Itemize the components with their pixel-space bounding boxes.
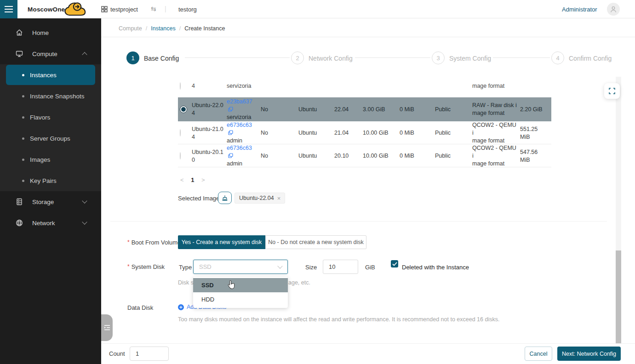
sidebar-item-storage[interactable]: Storage <box>0 191 101 212</box>
image-table: 4 servizoria mage format Ubuntu-22.04 e2… <box>178 77 551 168</box>
copy-icon[interactable] <box>228 130 233 135</box>
step-3-circle: 3 <box>432 51 445 64</box>
project-name[interactable]: testproject <box>110 6 138 13</box>
sidebar-item-instances[interactable]: Instances <box>0 64 101 85</box>
type-label: Type <box>179 264 192 271</box>
option-ssd[interactable]: SSD <box>193 278 288 292</box>
cancel-button[interactable]: Cancel <box>525 347 552 361</box>
scrollbar-thumb[interactable] <box>616 250 621 343</box>
system-disk-label: System Disk <box>127 263 165 270</box>
copy-icon[interactable] <box>228 107 233 112</box>
org-name: testorg <box>178 6 197 13</box>
disk-size-input[interactable] <box>323 260 358 274</box>
sidebar-item-network[interactable]: Network <box>0 212 101 233</box>
image-owner: admin <box>227 137 258 145</box>
image-protected: No <box>261 129 298 137</box>
image-size: 547.56 MiB <box>520 148 551 164</box>
sidebar-item-label: Instance Snapshots <box>30 93 85 100</box>
hamburger-menu-icon[interactable] <box>0 0 17 18</box>
sidebar-item-label: Server Groups <box>30 135 70 142</box>
image-size: 551.25 MiB <box>520 125 551 141</box>
radio[interactable] <box>180 129 181 136</box>
image-version: 20.10 <box>334 152 363 160</box>
image-protected: No <box>261 152 298 160</box>
table-row[interactable]: Ubuntu-20.10 e6736c63 admin No Ubuntu 20… <box>178 144 551 167</box>
bullet-icon <box>22 74 24 76</box>
top-bar: MoscowOne testproject ⇆ | testorg Admini… <box>0 0 635 18</box>
sidebar-item-server-groups[interactable]: Server Groups <box>0 128 101 149</box>
image-name: Ubuntu-20.1 <box>192 148 224 156</box>
globe-icon <box>16 219 23 227</box>
chevron-down-icon <box>82 198 87 203</box>
step-1-circle: 1 <box>126 51 139 64</box>
user-role-label[interactable]: Administrator <box>562 6 597 13</box>
disk-type-select[interactable]: SSD <box>193 260 288 274</box>
apps-grid-icon[interactable] <box>101 6 108 14</box>
bullet-icon <box>22 180 24 182</box>
sidebar-item-key-pairs[interactable]: Key Pairs <box>0 170 101 191</box>
topbar-divider: | <box>165 5 166 12</box>
sidebar-item-compute[interactable]: Compute <box>0 43 101 64</box>
step-3-label: System Config <box>449 55 491 62</box>
sidebar-item-instance-snapshots[interactable]: Instance Snapshots <box>0 85 101 107</box>
image-version: 21.04 <box>334 129 363 137</box>
avatar[interactable] <box>607 3 620 16</box>
sidebar-item-images[interactable]: Images <box>0 149 101 170</box>
delete-with-instance-checkbox[interactable] <box>391 260 398 267</box>
step-2-label: Network Config <box>309 55 353 62</box>
image-owner: servizoria <box>227 77 261 90</box>
bullet-icon <box>22 159 24 161</box>
clear-selection-button[interactable] <box>218 192 232 204</box>
sidebar-item-flavors[interactable]: Flavors <box>0 107 101 128</box>
chevron-up-icon <box>82 52 87 57</box>
image-os: Ubuntu <box>298 152 334 160</box>
count-label: Count <box>109 350 125 357</box>
next-page-icon[interactable]: > <box>201 176 205 183</box>
brand-name: MoscowOne <box>28 6 65 13</box>
drawer-handle[interactable] <box>101 314 113 341</box>
image-visibility: Public <box>435 106 472 114</box>
table-row[interactable]: 4 servizoria mage format <box>178 77 551 97</box>
boot-volume-no-button[interactable]: No - Do not create a new system disk <box>265 235 366 249</box>
breadcrumb-instances-link[interactable]: Instances <box>151 25 176 32</box>
radio[interactable] <box>180 82 181 90</box>
sidebar-item-label: Compute <box>32 51 57 57</box>
image-format: QCOW2 - QEMU i <box>472 121 517 137</box>
boot-volume-yes-button[interactable]: Yes - Create a new system disk <box>178 235 265 249</box>
close-icon[interactable]: × <box>277 195 281 202</box>
storage-icon <box>16 198 23 205</box>
image-name: Ubuntu-21.0 <box>192 125 224 133</box>
plus-circle-icon <box>178 304 184 310</box>
option-hdd[interactable]: HDD <box>193 292 288 307</box>
table-row[interactable]: Ubuntu-22.04 e23ba637 servizoria No Ubun… <box>178 97 551 121</box>
fullscreen-toggle-button[interactable] <box>604 83 620 99</box>
footer-bar <box>101 343 635 364</box>
radio-selected[interactable] <box>180 106 187 113</box>
image-id-link[interactable]: e23ba637 <box>227 98 252 105</box>
image-version: 22.04 <box>334 106 363 114</box>
radio[interactable] <box>180 152 181 159</box>
collapse-list-icon <box>104 325 110 330</box>
step-4-circle: 4 <box>551 51 564 64</box>
page-title: Create Instance <box>184 25 225 32</box>
sidebar-item-home[interactable]: Home <box>0 22 101 43</box>
boot-from-volume-label: Boot From Volume <box>127 239 181 246</box>
copy-icon[interactable] <box>228 153 233 158</box>
table-row[interactable]: Ubuntu-21.04 e6736c63 admin No Ubuntu 21… <box>178 121 551 144</box>
sidebar-item-label: Instances <box>30 72 57 79</box>
pagination: < 1 > <box>180 176 205 183</box>
image-id-link[interactable]: e6736c63 <box>227 145 252 151</box>
image-id-link[interactable]: e6736c63 <box>227 122 252 128</box>
next-network-config-button[interactable]: Next: Network Config <box>557 347 621 361</box>
image-min-ram: 0 MiB <box>400 129 435 137</box>
cursor-pointer-icon <box>228 280 235 291</box>
bullet-icon <box>22 116 24 119</box>
image-name-tail: 4 <box>192 77 227 90</box>
switch-project-icon[interactable]: ⇆ <box>151 5 156 12</box>
disk-size-hint-left: Disk si <box>178 279 195 286</box>
prev-page-icon[interactable]: < <box>180 176 184 183</box>
image-format-tail: mage format <box>472 77 520 90</box>
chevron-down-icon <box>82 219 87 224</box>
count-input[interactable] <box>130 347 169 361</box>
page-number[interactable]: 1 <box>191 176 194 183</box>
